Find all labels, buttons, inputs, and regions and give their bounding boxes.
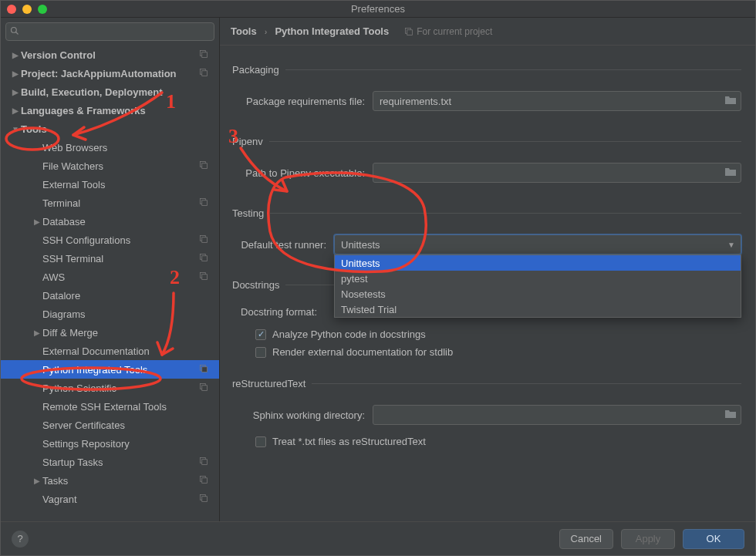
- svg-rect-19: [202, 386, 208, 391]
- chevron-right-icon: [10, 51, 21, 59]
- sidebar-item-external-documentation[interactable]: External Documentation: [1, 342, 219, 360]
- titlebar: Preferences: [1, 1, 755, 18]
- sidebar-item-settings-repository[interactable]: Settings Repository: [1, 434, 219, 453]
- svg-rect-11: [202, 238, 208, 243]
- search-input[interactable]: [5, 22, 214, 41]
- sidebar-item-remote-ssh-external-tools[interactable]: Remote SSH External Tools: [1, 397, 219, 416]
- browse-folder-icon[interactable]: [724, 94, 738, 108]
- sidebar-item-startup-tasks[interactable]: Startup Tasks: [1, 453, 219, 471]
- sidebar-item-label: Python Integrated Tools: [42, 364, 219, 376]
- sidebar-item-database[interactable]: Database: [1, 212, 219, 231]
- sidebar-item-ssh-terminal[interactable]: SSH Terminal: [1, 249, 219, 268]
- sidebar-item-label: File Watchers: [42, 160, 219, 172]
- render-stdlib-docs-label: Render external documentation for stdlib: [272, 346, 453, 358]
- settings-tree[interactable]: Version ControlProject: JackAppiumAutoma…: [1, 45, 219, 521]
- sidebar-item-terminal[interactable]: Terminal: [1, 194, 219, 212]
- treat-txt-as-rst-checkbox[interactable]: [255, 436, 266, 447]
- default-test-runner-select[interactable]: Unittests ▼: [334, 234, 741, 254]
- sidebar-item-web-browsers[interactable]: Web Browsers: [1, 138, 219, 157]
- project-scope-icon: [199, 475, 208, 486]
- default-test-runner-label: Default test runner:: [234, 239, 334, 251]
- analyze-docstrings-checkbox[interactable]: [255, 329, 266, 340]
- treat-txt-as-rst-label: Treat *.txt files as reStructuredText: [272, 436, 426, 447]
- section-restructuredtext-legend: reStructuredText: [232, 378, 312, 389]
- svg-rect-13: [202, 256, 208, 261]
- sidebar-item-version-control[interactable]: Version Control: [1, 45, 219, 64]
- svg-rect-3: [202, 52, 208, 58]
- browse-folder-icon[interactable]: [724, 166, 738, 180]
- sidebar-item-label: Python Scientific: [42, 382, 219, 394]
- test-runner-option-twisted-trial[interactable]: Twisted Trial: [335, 302, 741, 317]
- breadcrumb-python-integrated-tools: Python Integrated Tools: [275, 25, 389, 37]
- test-runner-option-pytest[interactable]: pytest: [335, 271, 741, 286]
- sidebar-item-label: Database: [42, 216, 219, 227]
- ok-button[interactable]: OK: [683, 529, 744, 549]
- cancel-button[interactable]: Cancel: [559, 529, 613, 549]
- apply-button[interactable]: Apply: [621, 529, 675, 549]
- sidebar-item-diff-merge[interactable]: Diff & Merge: [1, 323, 219, 342]
- pipenv-path-input[interactable]: [373, 163, 741, 183]
- main-panel: Tools › Python Integrated Tools For curr…: [220, 18, 755, 521]
- sidebar-item-label: Tasks: [42, 475, 219, 487]
- sidebar-item-tools[interactable]: Tools: [1, 120, 219, 138]
- svg-rect-21: [202, 460, 208, 465]
- svg-rect-15: [202, 275, 208, 280]
- sidebar-item-label: External Documentation: [42, 345, 219, 357]
- sidebar-item-file-watchers[interactable]: File Watchers: [1, 157, 219, 175]
- sidebar: Version ControlProject: JackAppiumAutoma…: [1, 18, 220, 521]
- section-testing: Testing Default test runner: Unittests ▼…: [234, 207, 741, 265]
- sidebar-item-diagrams[interactable]: Diagrams: [1, 305, 219, 323]
- sidebar-item-label: Web Browsers: [42, 142, 219, 153]
- docstring-format-label: Docstring format:: [234, 306, 325, 318]
- sidebar-item-label: SSH Configurations: [42, 234, 219, 246]
- sidebar-item-tasks[interactable]: Tasks: [1, 471, 219, 490]
- sidebar-item-python-scientific[interactable]: Python Scientific: [1, 379, 219, 397]
- sidebar-item-external-tools[interactable]: External Tools: [1, 175, 219, 194]
- analyze-docstrings-label: Analyze Python code in docstrings: [272, 329, 426, 340]
- section-pipenv: Pipenv Path to Pipenv executable:: [234, 136, 741, 194]
- project-scope-icon: [199, 197, 208, 208]
- content: Packaging Package requirements file: Pip…: [220, 45, 755, 521]
- sidebar-item-label: AWS: [42, 271, 219, 283]
- svg-rect-9: [202, 200, 208, 206]
- sphinx-dir-input[interactable]: [373, 405, 741, 425]
- project-scope-icon: [199, 253, 208, 264]
- project-scope-icon: [199, 382, 208, 393]
- project-scope-icon: [199, 68, 208, 79]
- sidebar-item-label: Terminal: [42, 197, 219, 209]
- test-runner-option-unittests[interactable]: Unittests: [335, 255, 741, 271]
- sidebar-item-vagrant[interactable]: Vagrant: [1, 490, 219, 508]
- render-stdlib-docs-checkbox[interactable]: [255, 347, 266, 358]
- section-packaging-legend: Packaging: [232, 64, 285, 76]
- sidebar-item-python-integrated-tools[interactable]: Python Integrated Tools: [1, 360, 219, 379]
- project-scope-icon: [199, 271, 208, 282]
- project-scope-icon: [199, 234, 208, 245]
- chevron-down-icon: [10, 125, 21, 133]
- svg-rect-17: [202, 367, 208, 372]
- chevron-right-icon: [10, 106, 21, 115]
- sidebar-item-label: Vagrant: [42, 494, 219, 505]
- browse-folder-icon[interactable]: [724, 408, 738, 422]
- project-scope-icon: [199, 49, 208, 60]
- help-button[interactable]: ?: [12, 531, 29, 548]
- chevron-right-icon: [32, 217, 42, 226]
- sidebar-item-ssh-configurations[interactable]: SSH Configurations: [1, 231, 219, 249]
- footer: ? Cancel Apply OK: [1, 521, 755, 555]
- sidebar-item-datalore[interactable]: Datalore: [1, 286, 219, 305]
- project-scope-icon: [199, 494, 208, 504]
- project-scope-icon: [199, 160, 208, 171]
- test-runner-option-nosetests[interactable]: Nosetests: [335, 286, 741, 302]
- package-requirements-input[interactable]: [373, 91, 741, 111]
- sidebar-item-server-certificates[interactable]: Server Certificates: [1, 416, 219, 434]
- sidebar-item-build-execution-deployment[interactable]: Build, Execution, Deployment: [1, 83, 219, 101]
- sidebar-item-aws[interactable]: AWS: [1, 268, 219, 286]
- sidebar-item-label: Project: JackAppiumAutomation: [21, 68, 219, 79]
- test-runner-dropdown[interactable]: UnittestspytestNosetestsTwisted Trial: [334, 254, 741, 318]
- section-docstrings-legend: Docstrings: [232, 279, 285, 291]
- sidebar-item-label: SSH Terminal: [42, 253, 219, 265]
- svg-rect-25: [202, 497, 208, 502]
- breadcrumb-tools[interactable]: Tools: [231, 25, 257, 37]
- sidebar-item-project-jackappiumautomation[interactable]: Project: JackAppiumAutomation: [1, 64, 219, 83]
- sidebar-item-languages-frameworks[interactable]: Languages & Frameworks: [1, 101, 219, 120]
- project-scope-icon: [199, 364, 208, 375]
